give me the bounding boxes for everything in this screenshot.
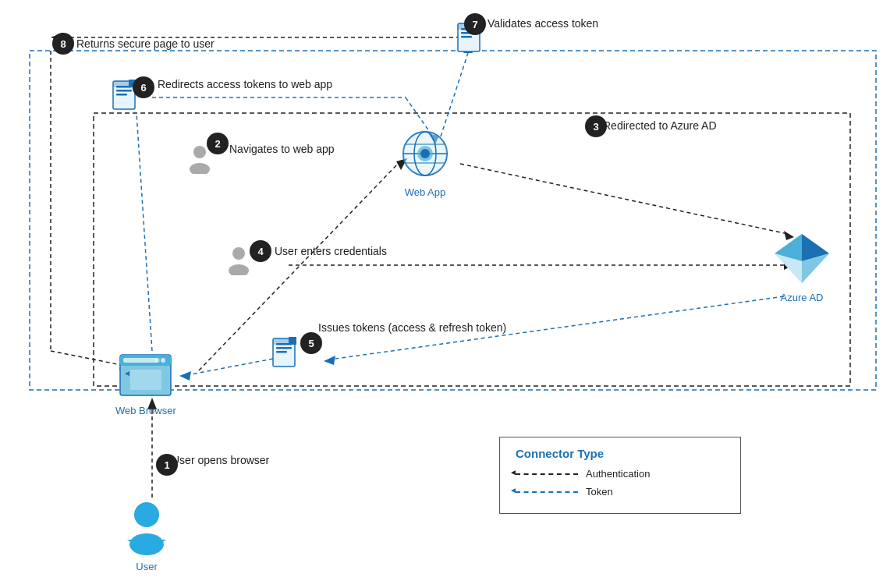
label-step3: Redirected to Azure AD	[603, 119, 717, 132]
svg-line-14	[137, 113, 152, 351]
svg-line-6	[460, 164, 788, 234]
auth-line	[516, 473, 578, 475]
label-step7: Validates access token	[488, 17, 598, 30]
svg-marker-11	[324, 356, 335, 365]
diagram-container: 8 7 6 2 3 4 5 1 Returns secure page to u…	[0, 0, 890, 588]
user-label: User	[136, 561, 157, 572]
svg-rect-33	[116, 90, 132, 92]
step-badge-4: 4	[250, 240, 271, 262]
web-browser-label: Web Browser	[115, 405, 176, 416]
token-line	[516, 491, 578, 493]
svg-point-65	[193, 146, 206, 158]
svg-rect-28	[461, 36, 472, 38]
label-step4: User enters credentials	[275, 245, 387, 257]
svg-marker-13	[179, 371, 191, 381]
svg-rect-45	[123, 358, 158, 363]
svg-line-23	[51, 351, 121, 365]
step-badge-5: 5	[300, 332, 322, 354]
step-badge-7: 7	[464, 13, 486, 35]
svg-line-18	[441, 53, 468, 136]
label-step8: Returns secure page to user	[76, 37, 215, 50]
token-label: Token	[586, 486, 613, 498]
svg-point-63	[232, 247, 245, 260]
svg-rect-42	[289, 337, 296, 345]
credentials-person-icon	[226, 246, 251, 275]
svg-rect-40	[276, 351, 287, 353]
step-badge-2: 2	[207, 133, 229, 154]
step-badge-1: 1	[156, 454, 178, 476]
web-app-label: Web App	[405, 186, 446, 198]
label-step2: Navigates to web app	[229, 143, 335, 155]
web-browser-icon: ◄ Web Browser	[115, 351, 176, 416]
azure-ad-label: Azure AD	[781, 292, 824, 303]
step-badge-8: 8	[52, 33, 74, 55]
web-app-icon: Web App	[394, 129, 456, 198]
svg-rect-49	[130, 370, 161, 390]
svg-point-64	[229, 264, 249, 275]
label-step6: Redirects access tokens to web app	[158, 78, 332, 90]
svg-rect-1	[30, 51, 876, 390]
label-step5: Issues tokens (access & refresh token)	[318, 321, 506, 334]
token-doc-5-icon	[271, 337, 300, 368]
legend-title: Connector Type	[516, 447, 725, 460]
label-step1: User opens browser	[172, 454, 269, 466]
svg-rect-34	[116, 94, 127, 96]
legend-item-token: Token	[516, 486, 725, 498]
legend-box: Connector Type Authentication Token	[499, 437, 741, 514]
step-badge-3: 3	[585, 115, 607, 137]
svg-point-46	[161, 358, 165, 363]
legend-item-auth: Authentication	[516, 468, 725, 480]
step-badge-6: 6	[133, 76, 154, 98]
auth-label: Authentication	[586, 468, 650, 480]
svg-point-57	[420, 149, 430, 158]
svg-point-67	[134, 502, 159, 527]
azure-ad-icon: Azure AD	[771, 230, 833, 303]
svg-point-66	[190, 163, 210, 174]
svg-line-12	[191, 359, 273, 374]
user-icon: User	[119, 499, 174, 572]
svg-text:◄: ◄	[123, 369, 131, 377]
svg-point-47	[155, 358, 160, 363]
svg-rect-39	[276, 347, 292, 349]
